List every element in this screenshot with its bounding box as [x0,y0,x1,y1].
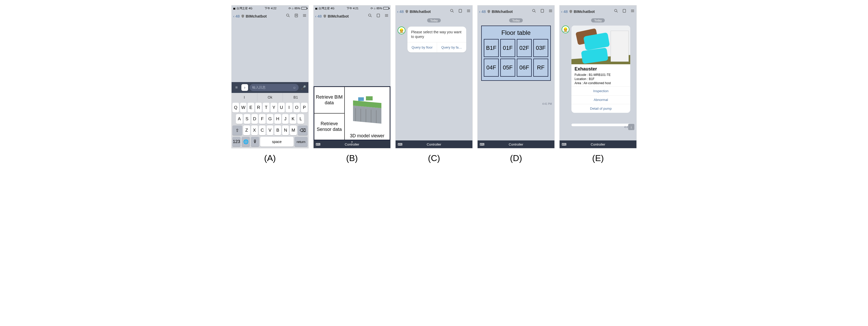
controller-bar[interactable]: ⌨ Controller [396,141,472,148]
notes-icon[interactable] [376,13,381,19]
key-r[interactable]: R [255,103,262,113]
key-l[interactable]: L [297,114,304,124]
key-c[interactable]: C [259,125,266,135]
next-card-peek [571,124,630,126]
controller-bar[interactable]: ⌨ Controller [477,141,554,148]
key-f[interactable]: F [259,114,266,124]
key-p[interactable]: P [301,103,308,113]
floor-button-01F[interactable]: 01F [500,39,515,57]
retrieve-sensor-button[interactable]: Retrieve Sensor data [314,113,344,140]
floor-button-03F[interactable]: 03F [533,39,548,57]
key-d[interactable]: D [251,114,258,124]
floor-button-RF[interactable]: RF [533,59,548,77]
menu-icon[interactable] [302,13,307,19]
floor-button-05F[interactable]: 05F [500,59,515,77]
key-e[interactable]: E [248,103,254,113]
inspection-button[interactable]: Inspection [571,86,630,95]
key-z[interactable]: Z [243,125,250,135]
keyboard-icon[interactable]: ⌨ [398,143,403,146]
back-button[interactable]: ‹ 48 BIMchatbot [315,14,349,18]
backspace-key[interactable]: ⌫ [298,125,308,135]
open-richmenu-icon[interactable]: › [241,84,248,91]
model-viewer-button[interactable]: 3D model viewer [344,87,390,140]
screen-b: 台灣之星 4G 下午 4:21 ⟳ ⌂85% ‹ 48 BIMchatbot R… [313,5,391,148]
query-by-facility-button[interactable]: Query by fa… [437,42,466,52]
key-a[interactable]: A [236,114,243,124]
keyboard-icon[interactable]: ⌨ [316,143,320,146]
caption: (A) [264,153,276,163]
svg-line-30 [534,11,536,12]
floor-button-02F[interactable]: 02F [517,39,532,57]
menu-icon[interactable] [384,13,389,19]
key-v[interactable]: V [267,125,273,135]
query-by-floor-button[interactable]: Query by floor [407,42,437,52]
back-button[interactable]: ‹ 48 BIMchatbot [233,14,267,18]
rich-menu: Retrieve BIM data Retrieve Sensor data 3… [314,86,391,141]
svg-line-36 [617,11,618,12]
screen-d: ‹ 48 BIMchatbot Today Floor table B1F01F… [477,5,555,148]
key-j[interactable]: J [282,114,289,124]
search-icon[interactable] [450,8,454,14]
back-button[interactable]: ‹ 48 BIMchatbot [561,9,595,14]
key-y[interactable]: Y [271,103,277,113]
suggestion[interactable]: Ok [257,93,283,102]
key-k[interactable]: K [289,114,296,124]
back-button[interactable]: ‹ 48 BIMchatbot [479,9,513,14]
key-o[interactable]: O [293,103,300,113]
svg-line-24 [453,11,454,12]
notes-icon[interactable] [622,8,627,14]
controller-bar[interactable]: ⌨ ▼ Controller [314,141,391,148]
mic-icon[interactable]: 🎤 [300,84,307,91]
suggestion[interactable]: I [231,93,257,102]
floor-table-card: Floor table B1F01F02F03F04F05F06FRF [481,26,551,81]
search-icon[interactable] [532,8,536,14]
equipment-area: Area : Air-conditioned host [575,81,627,85]
numbers-key[interactable]: 123 [232,137,241,147]
detail-button[interactable]: Detail of pump [571,104,630,113]
key-h[interactable]: H [274,114,281,124]
shift-key[interactable]: ⇧ [232,125,242,135]
key-t[interactable]: T [263,103,270,113]
search-icon[interactable] [368,13,372,19]
globe-key[interactable]: 🌐 [242,137,250,147]
building-model-image [346,88,389,133]
key-n[interactable]: N [282,125,289,135]
key-w[interactable]: W [240,103,247,113]
keyboard-icon[interactable]: ⌨ [562,143,566,146]
notes-icon[interactable] [540,8,545,14]
controller-bar[interactable]: ⌨ Controller [560,141,637,148]
key-u[interactable]: U [278,103,285,113]
dictation-key[interactable]: 🎙 [251,137,259,147]
scroll-down-button[interactable]: ↓ [628,124,634,130]
menu-icon[interactable] [466,8,471,14]
menu-icon[interactable] [548,8,553,14]
key-m[interactable]: M [290,125,297,135]
floor-button-04F[interactable]: 04F [484,59,499,77]
notes-icon[interactable] [458,8,463,14]
svg-point-8 [369,14,371,16]
abnormal-button[interactable]: Abnormal [571,95,630,104]
key-i[interactable]: I [286,103,292,113]
search-icon[interactable] [614,8,618,14]
menu-toggle-icon[interactable]: ≡ [233,84,240,91]
message-input[interactable]: 輸入訊息☺ [250,84,299,91]
date-pill: Today [591,18,605,23]
svg-line-1 [288,16,289,17]
keyboard-icon[interactable]: ⌨ [479,143,485,146]
retrieve-bim-button[interactable]: Retrieve BIM data [314,87,344,113]
key-q[interactable]: Q [232,103,239,113]
return-key[interactable]: return [294,137,308,147]
key-g[interactable]: G [267,114,273,124]
key-b[interactable]: B [274,125,281,135]
back-button[interactable]: ‹ 48 BIMchatbot [397,9,431,14]
space-key[interactable]: space [260,137,293,147]
notes-icon[interactable] [294,13,299,19]
key-s[interactable]: S [244,114,250,124]
key-x[interactable]: X [251,125,258,135]
menu-icon[interactable] [630,8,635,14]
emoji-icon[interactable]: ☺ [293,86,296,90]
floor-button-B1F[interactable]: B1F [484,39,499,57]
search-icon[interactable] [286,13,290,19]
floor-button-06F[interactable]: 06F [517,59,532,77]
suggestion[interactable]: B1 [283,93,308,102]
